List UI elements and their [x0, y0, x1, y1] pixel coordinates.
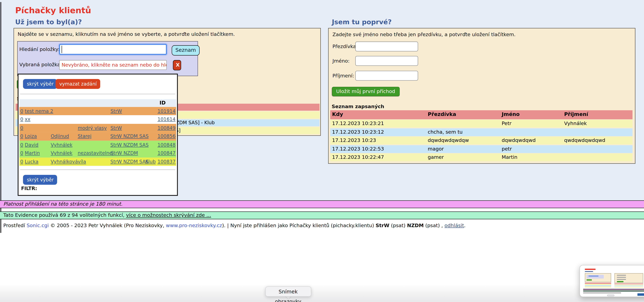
- picker-row[interactable]: 0 test nema 2 StrW 101914: [20, 107, 176, 115]
- clear-selection-button[interactable]: X: [173, 60, 181, 70]
- thumb-heading-mark: [585, 271, 593, 272]
- evidence-functions-bar: Tato Evidence používá 69 z 94 volitelnýc…: [0, 212, 644, 219]
- cell-kdy: 17.12.2023 10:22:53: [330, 145, 426, 153]
- thumb-row: [614, 286, 643, 287]
- divider: [20, 170, 176, 170]
- cell-kdy: 17.12.2023 10:23:12: [330, 128, 426, 136]
- thumb-input: [617, 279, 626, 280]
- table-row: 17.12.2023 10:22:47 gamer Martin: [330, 154, 632, 161]
- window-left-edge: [0, 2, 1, 233]
- nickname-field[interactable]: [355, 41, 418, 51]
- thumb-footer-line: [583, 292, 621, 293]
- thumb-left-table-header: [585, 282, 611, 284]
- right-instructions: Zadejte své jméno nebo třeba jen přezdív…: [332, 32, 516, 37]
- lastname-field[interactable]: [355, 71, 418, 80]
- section-heading-first-time: Jsem tu poprvé?: [332, 18, 392, 26]
- thumb-green-button: [586, 279, 592, 280]
- client-id-link[interactable]: 100848: [158, 142, 176, 148]
- page-title: Píchačky klientů: [15, 6, 91, 15]
- col-header-jmeno: Jméno: [500, 110, 562, 119]
- picker-row[interactable]: 0 David Vyhnálek StrW NZDM SAS 100848: [20, 141, 176, 149]
- table-row: 17.12.2023 10:22:53 magor petr: [330, 145, 632, 153]
- divider: [20, 94, 176, 94]
- screenshot-thumbnail[interactable]: [580, 265, 644, 297]
- client-services-link[interactable]: StrW NZDM: [110, 150, 138, 156]
- nickname-label: Přezdívka:: [332, 43, 358, 49]
- footer: Prostředí Sonic.cgi © 2005 - 2023 Petr V…: [3, 223, 466, 228]
- client-nick-link[interactable]: nezastavitelnej: [78, 150, 114, 156]
- client-num-link[interactable]: 0: [20, 159, 23, 165]
- text-caret: [62, 46, 62, 53]
- session-validity-bar: Platnost přihlášení na této stránce je 1…: [0, 200, 644, 208]
- client-services-link[interactable]: StrW NZDM SAS: [110, 159, 149, 165]
- firstname-label: Jméno:: [332, 58, 350, 64]
- client-services-link[interactable]: StrW: [110, 125, 122, 131]
- client-surname-link[interactable]: Vyhnálek: [51, 150, 72, 156]
- thumb-input: [617, 277, 626, 278]
- cell-nickname: magor: [426, 145, 500, 153]
- client-name-link[interactable]: David: [25, 142, 38, 148]
- cell-firstname: petr: [500, 145, 562, 153]
- client-id-link[interactable]: 100847: [158, 150, 176, 156]
- picker-row[interactable]: 0 modrý vlasy StrW 100849: [20, 124, 176, 132]
- client-num-link[interactable]: 0: [20, 117, 23, 122]
- picker-row[interactable]: 0 Lucka Vyhnálková víla StrW NZDM SAS Kl…: [20, 158, 176, 166]
- sonic-cgi-link[interactable]: Sonic.cgi: [26, 223, 49, 228]
- picker-row[interactable]: 0 xx 101614: [20, 115, 176, 124]
- picker-results-list: 0 test nema 2 StrW 101914 0 xx 101614 0: [20, 107, 176, 166]
- pro-neziskovky-link[interactable]: www.pro-neziskovky.cz: [166, 223, 222, 228]
- client-surname-link[interactable]: Odjinud: [51, 133, 69, 139]
- picker-row[interactable]: 0 Lojza Odjinud Starej StrW NZDM SAS 100…: [20, 132, 176, 141]
- search-box: Hledání položky: Seznam Vybraná položka:…: [17, 41, 198, 76]
- search-input[interactable]: [59, 44, 167, 55]
- thumb-pink-bar: [583, 289, 644, 290]
- client-num-link[interactable]: 0: [20, 133, 23, 139]
- client-name-link[interactable]: Martin: [25, 150, 40, 156]
- footer-text: (psat): [390, 223, 407, 228]
- client-id-link[interactable]: 101914: [158, 108, 176, 114]
- client-services-link[interactable]: StrW NZDM SAS: [110, 133, 149, 139]
- picker-row[interactable]: 0 Martin Vyhnálek nezastavitelnej StrW N…: [20, 149, 176, 158]
- client-services-link[interactable]: StrW NZDM SAS: [110, 142, 149, 148]
- client-num-link[interactable]: 0: [20, 108, 23, 114]
- thumb-green-button: [617, 281, 624, 282]
- client-klub-link[interactable]: Klub: [145, 159, 156, 165]
- clear-entry-button[interactable]: vymazat zadání: [56, 79, 100, 89]
- client-nick-link[interactable]: víla: [78, 159, 86, 165]
- seznam-button[interactable]: Seznam: [172, 45, 200, 56]
- thumb-row: [585, 286, 611, 287]
- client-num-link[interactable]: 0: [20, 125, 23, 131]
- client-surname-link[interactable]: Vyhnálek: [51, 142, 72, 148]
- client-name-link[interactable]: xx: [25, 117, 30, 122]
- thumb-right-panel: [614, 273, 643, 283]
- client-surname-link[interactable]: Vyhnálková: [51, 159, 78, 165]
- cell-firstname: Martin: [500, 154, 562, 161]
- section-heading-already-here: Už jsem to byl(a)?: [15, 18, 82, 26]
- picker-id-header: ID: [20, 99, 176, 107]
- desktop-background: [0, 284, 644, 302]
- selected-item-field[interactable]: Nevybráno, klikněte na seznam nebo do hl…: [59, 60, 167, 70]
- search-label: Hledání položky:: [19, 47, 60, 52]
- selected-label: Vybraná položka:: [19, 62, 62, 67]
- client-name-link[interactable]: Lucka: [25, 159, 38, 165]
- hiding-options-link[interactable]: více o možnostech skrývání zde ...: [126, 212, 211, 218]
- client-num-link[interactable]: 0: [20, 142, 23, 148]
- firstname-field[interactable]: [355, 56, 418, 66]
- hide-selection-button-top[interactable]: skrýt výběr: [23, 79, 58, 89]
- footer-text: © 2005 - 2023 Petr Vyhnálek (Pro Nezisko…: [49, 223, 166, 228]
- client-id-link[interactable]: 100849: [158, 125, 176, 131]
- logout-link[interactable]: odhlásit: [444, 223, 464, 228]
- client-num-link[interactable]: 0: [20, 150, 23, 156]
- client-id-link[interactable]: 101614: [158, 117, 176, 122]
- client-name-link[interactable]: Lojza: [25, 133, 37, 139]
- client-services-link[interactable]: StrW: [110, 108, 122, 114]
- client-id-link[interactable]: 100837: [158, 159, 176, 165]
- client-nick-link[interactable]: Starej: [78, 133, 92, 139]
- cell-nickname: dqwdqwdqwdqw: [426, 137, 500, 144]
- client-name-link[interactable]: test nema 2: [25, 108, 53, 114]
- save-first-arrival-button[interactable]: Uložit můj první příchod: [332, 87, 400, 96]
- hide-selection-button-bottom[interactable]: skrýt výběr: [23, 175, 58, 185]
- panel-first-time: Zadejte své jméno nebo třeba jen přezdív…: [328, 28, 635, 164]
- client-id-link[interactable]: 100856: [158, 133, 176, 139]
- client-nick-link[interactable]: modrý vlasy: [78, 125, 107, 131]
